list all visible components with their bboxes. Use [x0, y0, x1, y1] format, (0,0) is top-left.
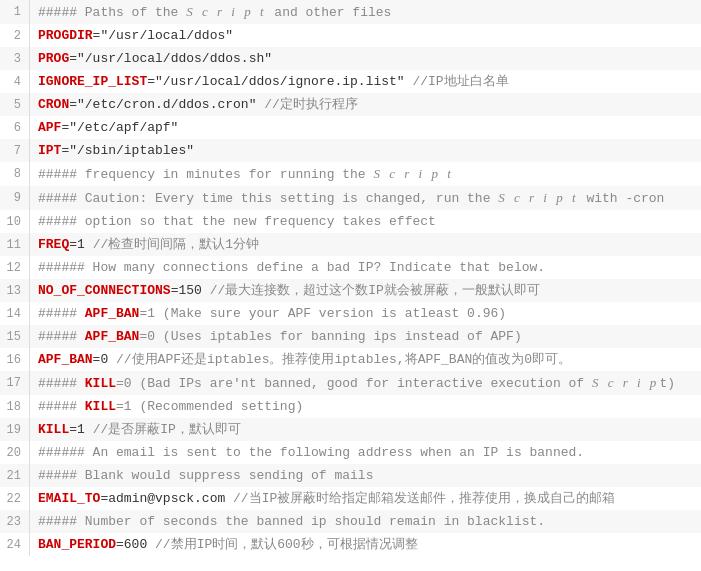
line-content: ##### Number of seconds the banned ip sh… — [30, 510, 701, 533]
line-content: IPT="/sbin/iptables" — [30, 139, 701, 162]
line-number: 4 — [0, 70, 30, 93]
code-hash: ##### — [38, 306, 85, 321]
code-normal: =600 — [116, 537, 155, 552]
line: 5CRON="/etc/cron.d/ddos.cron" //定时执行程序 — [0, 93, 701, 116]
code-cn-comment: //使用APF还是iptables。推荐使用iptables,将APF_BAN的… — [116, 352, 571, 367]
line: 1##### Paths of the S c r i p t and othe… — [0, 0, 701, 24]
script-text: S c r i p t — [186, 5, 266, 20]
line: 8##### frequency in minutes for running … — [0, 162, 701, 186]
line-number: 2 — [0, 24, 30, 47]
code-hash: ##### Caution: Every time this setting i… — [38, 191, 498, 206]
code-var-red: PROG — [38, 51, 69, 66]
line: 12###### How many connections define a b… — [0, 256, 701, 279]
code-cn-comment: //禁用IP时间，默认600秒，可根据情况调整 — [155, 537, 418, 552]
script-text: S c r i p — [592, 376, 659, 391]
line-content: ##### APF_BAN=0 (Uses iptables for banni… — [30, 325, 701, 348]
line: 23##### Number of seconds the banned ip … — [0, 510, 701, 533]
line: 19KILL=1 //是否屏蔽IP，默认即可 — [0, 418, 701, 441]
line-content: NO_OF_CONNECTIONS=150 //最大连接数，超过这个数IP就会被… — [30, 279, 701, 302]
line-number: 18 — [0, 395, 30, 418]
line-number: 6 — [0, 116, 30, 139]
code-var-red: KILL — [85, 376, 116, 391]
code-var-red: IPT — [38, 143, 61, 158]
line-number: 19 — [0, 418, 30, 441]
line-number: 12 — [0, 256, 30, 279]
code-normal: =1 — [69, 422, 92, 437]
line-content: ##### Caution: Every time this setting i… — [30, 186, 701, 210]
line-number: 9 — [0, 186, 30, 210]
code-cn-comment: //检查时间间隔，默认1分钟 — [93, 237, 259, 252]
line: 7IPT="/sbin/iptables" — [0, 139, 701, 162]
code-normal: =1 — [69, 237, 92, 252]
line: 10##### option so that the new frequency… — [0, 210, 701, 233]
line: 18##### KILL=1 (Recommended setting) — [0, 395, 701, 418]
code-var-red: IGNORE_IP_LIST — [38, 74, 147, 89]
line: 14##### APF_BAN=1 (Make sure your APF ve… — [0, 302, 701, 325]
line: 16APF_BAN=0 //使用APF还是iptables。推荐使用iptabl… — [0, 348, 701, 371]
line-content: APF="/etc/apf/apf" — [30, 116, 701, 139]
code-normal: ="/usr/local/ddos" — [93, 28, 233, 43]
line-content: ##### APF_BAN=1 (Make sure your APF vers… — [30, 302, 701, 325]
line: 24BAN_PERIOD=600 //禁用IP时间，默认600秒，可根据情况调整 — [0, 533, 701, 556]
script-text: S c r i p t — [498, 191, 578, 206]
line-number: 22 — [0, 487, 30, 510]
line-content: PROGDIR="/usr/local/ddos" — [30, 24, 701, 47]
line: 20###### An email is sent to the followi… — [0, 441, 701, 464]
line-number: 13 — [0, 279, 30, 302]
code-cn-comment: //当IP被屏蔽时给指定邮箱发送邮件，推荐使用，换成自己的邮箱 — [233, 491, 615, 506]
line-content: ##### frequency in minutes for running t… — [30, 162, 701, 186]
line-content: IGNORE_IP_LIST="/usr/local/ddos/ignore.i… — [30, 70, 701, 93]
code-normal: ="/etc/apf/apf" — [61, 120, 178, 135]
line: 3PROG="/usr/local/ddos/ddos.sh" — [0, 47, 701, 70]
code-normal: =admin@vpsck.com — [100, 491, 233, 506]
line-number: 20 — [0, 441, 30, 464]
line-content: ##### Blank would suppress sending of ma… — [30, 464, 701, 487]
code-normal: ="/usr/local/ddos/ignore.ip.list" — [147, 74, 412, 89]
code-var-red: APF_BAN — [85, 329, 140, 344]
code-var-red: BAN_PERIOD — [38, 537, 116, 552]
code-var-red: APF_BAN — [85, 306, 140, 321]
line-number: 7 — [0, 139, 30, 162]
line-content: ###### An email is sent to the following… — [30, 441, 701, 464]
code-cn-comment: //是否屏蔽IP，默认即可 — [93, 422, 241, 437]
line-number: 21 — [0, 464, 30, 487]
line-number: 11 — [0, 233, 30, 256]
code-hash: ##### Paths of the — [38, 5, 186, 20]
line-number: 23 — [0, 510, 30, 533]
line-content: ##### Paths of the S c r i p t and other… — [30, 0, 701, 24]
line-content: ##### KILL=0 (Bad IPs are'nt banned, goo… — [30, 371, 701, 395]
code-var-red: PROGDIR — [38, 28, 93, 43]
line-number: 15 — [0, 325, 30, 348]
line-content: CRON="/etc/cron.d/ddos.cron" //定时执行程序 — [30, 93, 701, 116]
line-content: ###### How many connections define a bad… — [30, 256, 701, 279]
line-content: EMAIL_TO=admin@vpsck.com //当IP被屏蔽时给指定邮箱发… — [30, 487, 701, 510]
line: 9##### Caution: Every time this setting … — [0, 186, 701, 210]
code-normal: =150 — [171, 283, 210, 298]
line: 13NO_OF_CONNECTIONS=150 //最大连接数，超过这个数IP就… — [0, 279, 701, 302]
line-content: FREQ=1 //检查时间间隔，默认1分钟 — [30, 233, 701, 256]
line: 22EMAIL_TO=admin@vpsck.com //当IP被屏蔽时给指定邮… — [0, 487, 701, 510]
line: 21##### Blank would suppress sending of … — [0, 464, 701, 487]
code-cn-comment: //定时执行程序 — [264, 97, 358, 112]
line-number: 24 — [0, 533, 30, 556]
code-var-red: KILL — [85, 399, 116, 414]
line-number: 5 — [0, 93, 30, 116]
code-hash: ##### — [38, 376, 85, 391]
line-number: 16 — [0, 348, 30, 371]
code-hash: =0 (Bad IPs are'nt banned, good for inte… — [116, 376, 592, 391]
code-hash: ##### option so that the new frequency t… — [38, 214, 436, 229]
code-hash: with -cron — [579, 191, 665, 206]
line: 17##### KILL=0 (Bad IPs are'nt banned, g… — [0, 371, 701, 395]
code-var-red: CRON — [38, 97, 69, 112]
line: 2PROGDIR="/usr/local/ddos" — [0, 24, 701, 47]
line-content: APF_BAN=0 //使用APF还是iptables。推荐使用iptables… — [30, 348, 701, 371]
code-hash: ##### frequency in minutes for running t… — [38, 167, 373, 182]
code-cn-comment: //IP地址白名单 — [412, 74, 508, 89]
line: 15##### APF_BAN=0 (Uses iptables for ban… — [0, 325, 701, 348]
code-hash: ###### How many connections define a bad… — [38, 260, 545, 275]
line: 4IGNORE_IP_LIST="/usr/local/ddos/ignore.… — [0, 70, 701, 93]
code-hash: and other files — [267, 5, 392, 20]
code-cn-comment: //最大连接数，超过这个数IP就会被屏蔽，一般默认即可 — [210, 283, 540, 298]
code-hash: ##### — [38, 399, 85, 414]
line-number: 3 — [0, 47, 30, 70]
